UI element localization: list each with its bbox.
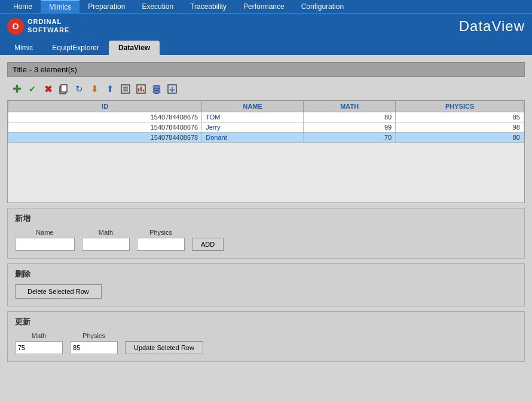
toolbar: ✚ ✔ ✖ ↻ ⬇ ⬆: [7, 81, 525, 97]
sub-nav: Mimic EquiptExplorer DataView: [0, 38, 532, 55]
add-physics-label: Physics: [137, 229, 185, 236]
toolbar-filter-btn[interactable]: [118, 82, 133, 96]
update-physics-label: Physics: [70, 332, 118, 339]
toolbar-delete-btn[interactable]: ✖: [41, 82, 55, 96]
col-math: MATH: [304, 101, 396, 112]
svg-point-14: [153, 91, 160, 94]
table-spacer: [8, 143, 524, 202]
cell-name: Jerry: [202, 122, 304, 133]
data-table-container: ID NAME MATH PHYSICS 1540784408675 TOM 8…: [7, 100, 525, 203]
cell-math: 80: [304, 112, 396, 122]
svg-rect-1: [61, 85, 67, 92]
data-table: ID NAME MATH PHYSICS 1540784408675 TOM 8…: [8, 100, 524, 143]
logo-icon: O: [7, 18, 24, 35]
toolbar-export-btn[interactable]: [165, 82, 179, 96]
toolbar-copy-btn[interactable]: [56, 82, 71, 96]
nav-home[interactable]: Home: [5, 0, 41, 13]
add-section: 新增 Name Math Physics ADD: [7, 208, 525, 259]
nav-preparation[interactable]: Preparation: [80, 0, 133, 13]
update-math-label: Math: [15, 332, 63, 339]
cell-name: TOM: [202, 112, 304, 122]
cell-id: 1540784408675: [8, 112, 202, 122]
add-name-label: Name: [15, 229, 75, 236]
update-physics-input[interactable]: [70, 341, 118, 354]
cell-math: 99: [304, 122, 396, 133]
col-name: NAME: [202, 101, 304, 112]
logo-bar: O ORDINAL SOFTWARE DataView: [0, 13, 532, 38]
add-physics-group: Physics: [137, 229, 185, 251]
nav-mimics[interactable]: Mimics: [41, 0, 80, 13]
toolbar-db-btn[interactable]: [149, 82, 164, 96]
delete-selected-row-button[interactable]: Delete Selected Row: [15, 284, 102, 299]
table-row[interactable]: 1540784408675 TOM 80 85: [8, 112, 524, 122]
update-physics-group: Physics: [70, 332, 118, 354]
nav-performance[interactable]: Performance: [235, 0, 293, 13]
cell-id: 1540784408678: [8, 133, 202, 143]
update-math-input[interactable]: [15, 341, 63, 354]
cell-name: Donant: [202, 133, 304, 143]
table-row[interactable]: 1540784408678 Donant 70 80: [8, 133, 524, 143]
cell-physics: 80: [396, 133, 524, 143]
main-content: Title - 3 element(s) ✚ ✔ ✖ ↻ ⬇ ⬆: [0, 55, 532, 402]
add-name-input[interactable]: [15, 238, 75, 251]
add-section-title: 新增: [15, 213, 517, 224]
tab-dataview[interactable]: DataView: [109, 41, 160, 55]
nav-traceability[interactable]: Traceability: [182, 0, 235, 13]
dataview-panel: Title - 3 element(s) ✚ ✔ ✖ ↻ ⬇ ⬆: [7, 62, 525, 362]
top-nav: Home Mimics Preparation Execution Tracea…: [0, 0, 532, 13]
cell-physics: 85: [396, 112, 524, 122]
toolbar-upload-btn[interactable]: ⬆: [103, 82, 117, 96]
col-physics: PHYSICS: [396, 101, 524, 112]
toolbar-add-btn[interactable]: ✚: [10, 82, 24, 96]
nav-execution[interactable]: Execution: [133, 0, 182, 13]
toolbar-chart-btn[interactable]: [134, 82, 148, 96]
update-section-title: 更新: [15, 317, 517, 327]
toolbar-refresh-btn[interactable]: ↻: [72, 82, 86, 96]
add-button[interactable]: ADD: [192, 238, 224, 251]
panel-title: Title - 3 element(s): [7, 62, 525, 77]
app-title: DataView: [459, 18, 525, 35]
tab-mimic[interactable]: Mimic: [5, 41, 42, 55]
add-math-group: Math: [82, 229, 130, 251]
nav-configuration[interactable]: Configuration: [293, 0, 352, 13]
add-section-fields: Name Math Physics ADD: [15, 229, 517, 251]
delete-section-title: 删除: [15, 269, 517, 280]
add-math-label: Math: [82, 229, 130, 236]
toolbar-check-btn[interactable]: ✔: [25, 82, 39, 96]
cell-id: 1540784408676: [8, 122, 202, 133]
delete-section: 删除 Delete Selected Row: [7, 263, 525, 306]
add-math-input[interactable]: [82, 238, 130, 251]
cell-physics: 98: [396, 122, 524, 133]
table-row[interactable]: 1540784408676 Jerry 99 98: [8, 122, 524, 133]
logo-area: O ORDINAL SOFTWARE: [7, 18, 69, 35]
toolbar-download-btn[interactable]: ⬇: [87, 82, 102, 96]
cell-math: 70: [304, 133, 396, 143]
add-name-group: Name: [15, 229, 75, 251]
logo-text: ORDINAL SOFTWARE: [27, 18, 69, 33]
add-physics-input[interactable]: [137, 238, 185, 251]
update-section-fields: Math Physics Update Seleted Row: [15, 332, 517, 354]
update-math-group: Math: [15, 332, 63, 354]
update-section: 更新 Math Physics Update Seleted Row: [7, 311, 525, 362]
update-selected-row-button[interactable]: Update Seleted Row: [125, 341, 203, 354]
col-id: ID: [8, 101, 202, 112]
tab-equiptexplorer[interactable]: EquiptExplorer: [42, 41, 109, 55]
